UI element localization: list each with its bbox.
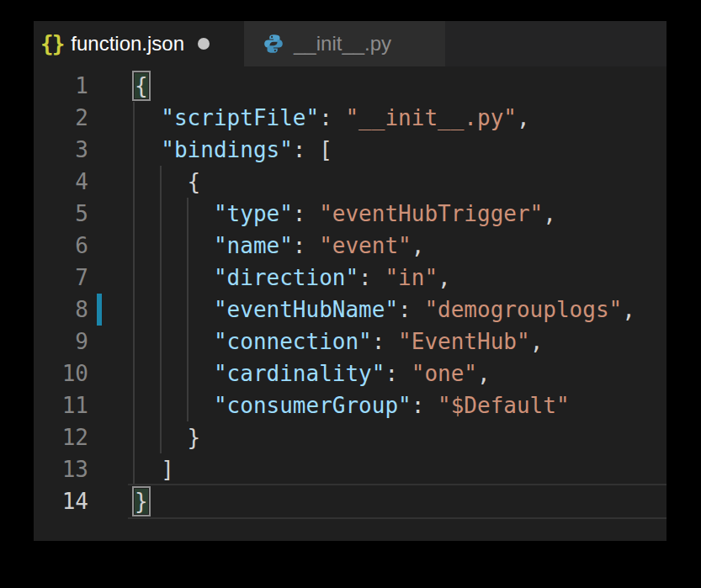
code-lines: 1{2 "scriptFile": "__init__.py",3 "bindi… xyxy=(34,66,666,541)
code-line-12[interactable]: 12 } xyxy=(34,421,666,453)
code-line-6[interactable]: 6 "name": "event", xyxy=(34,230,666,262)
line-content: "direction": "in", xyxy=(88,262,451,294)
tab-function-json[interactable]: {} function.json xyxy=(34,21,244,66)
line-number[interactable]: 7 xyxy=(34,262,88,294)
code-line-13[interactable]: 13 ] xyxy=(34,453,666,485)
line-number[interactable]: 14 xyxy=(34,485,88,517)
json-braces-icon: {} xyxy=(40,31,63,56)
code-line-14[interactable]: 14} xyxy=(34,485,666,517)
line-number[interactable]: 1 xyxy=(34,70,88,102)
code-line-2[interactable]: 2 "scriptFile": "__init__.py", xyxy=(34,102,666,134)
tab-label-init-py: __init__.py xyxy=(294,32,391,56)
line-number[interactable]: 6 xyxy=(34,230,88,262)
screenshot-root: { "colors": { "page_bg": "#000000", "win… xyxy=(0,0,701,588)
line-number[interactable]: 9 xyxy=(34,326,88,358)
code-line-4[interactable]: 4 { xyxy=(34,166,666,198)
code-line-3[interactable]: 3 "bindings": [ xyxy=(34,134,666,166)
line-content: "eventHubName": "demogrouplogs", xyxy=(88,294,635,326)
code-line-8[interactable]: 8 "eventHubName": "demogrouplogs", xyxy=(34,294,666,326)
line-number[interactable]: 12 xyxy=(34,421,88,453)
line-content: } xyxy=(88,485,148,517)
line-content: "type": "eventHubTrigger", xyxy=(88,198,556,230)
line-content: { xyxy=(88,70,148,102)
tab-label-function-json: function.json xyxy=(71,32,184,56)
line-content: "bindings": [ xyxy=(88,134,332,166)
line-content: "connection": "EventHub", xyxy=(88,326,543,358)
code-editor[interactable]: 1{2 "scriptFile": "__init__.py",3 "bindi… xyxy=(34,66,666,541)
code-line-7[interactable]: 7 "direction": "in", xyxy=(34,262,666,294)
vscode-editor-window: {} function.json __init__.py 1{2 "script… xyxy=(34,21,666,541)
line-number[interactable]: 8 xyxy=(34,294,88,326)
line-number[interactable]: 11 xyxy=(34,389,88,421)
line-content: "name": "event", xyxy=(88,230,424,262)
tab-bar-empty-space xyxy=(445,21,666,66)
editor-tab-bar: {} function.json __init__.py xyxy=(34,21,666,66)
line-content: "consumerGroup": "$Default" xyxy=(88,389,570,421)
modified-indicator-dot[interactable] xyxy=(198,38,210,50)
python-icon xyxy=(263,33,284,55)
code-line-10[interactable]: 10 "cardinality": "one", xyxy=(34,358,666,389)
line-number[interactable]: 2 xyxy=(34,102,88,134)
code-line-9[interactable]: 9 "connection": "EventHub", xyxy=(34,326,666,358)
tab-init-py[interactable]: __init__.py xyxy=(244,21,445,66)
line-number[interactable]: 3 xyxy=(34,134,88,166)
line-number[interactable]: 10 xyxy=(34,358,88,389)
modified-line-gutter-indicator xyxy=(97,294,102,326)
line-number[interactable]: 5 xyxy=(34,198,88,230)
line-content: } xyxy=(88,421,200,453)
matched-bracket: } xyxy=(135,489,148,514)
code-line-1[interactable]: 1{ xyxy=(34,70,666,102)
line-content: "cardinality": "one", xyxy=(88,358,491,389)
line-content: "scriptFile": "__init__.py", xyxy=(88,102,530,134)
matched-bracket: { xyxy=(135,73,148,98)
line-content: ] xyxy=(88,453,174,485)
line-content: { xyxy=(88,166,200,198)
line-number[interactable]: 13 xyxy=(34,453,88,485)
line-number[interactable]: 4 xyxy=(34,166,88,198)
code-line-11[interactable]: 11 "consumerGroup": "$Default" xyxy=(34,389,666,421)
code-line-5[interactable]: 5 "type": "eventHubTrigger", xyxy=(34,198,666,230)
